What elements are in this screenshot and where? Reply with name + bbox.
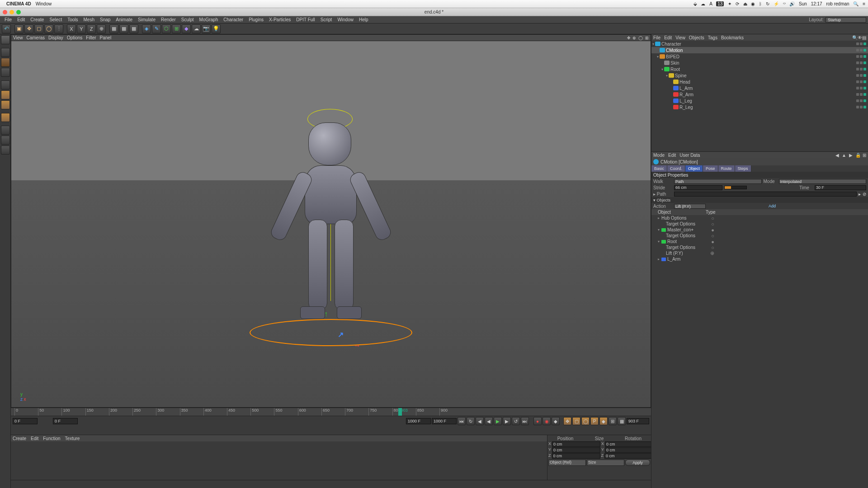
am-lock-icon[interactable]: 🔒 xyxy=(855,153,861,158)
am-tree-expander-icon[interactable]: ▸ xyxy=(658,216,661,220)
object-tree-row[interactable]: ▾Root xyxy=(651,66,868,72)
render-visibility-dot[interactable] xyxy=(860,106,863,108)
am-new-icon[interactable]: ⊞ xyxy=(863,153,866,158)
object-tree-row[interactable]: R_Arm xyxy=(651,91,868,98)
editor-visibility-dot[interactable] xyxy=(856,61,859,64)
om-eye-icon[interactable]: 👁 xyxy=(858,35,862,40)
eject-icon[interactable]: ⏏ xyxy=(743,1,747,6)
object-name[interactable]: Spine xyxy=(675,73,698,78)
path-clear-icon[interactable]: ⊘ xyxy=(863,192,866,197)
menu-mesh[interactable]: Mesh xyxy=(81,17,97,22)
enable-checkbox[interactable] xyxy=(863,87,866,89)
mac-user[interactable]: rob redman xyxy=(826,1,849,6)
model-mode[interactable] xyxy=(1,48,10,57)
am-tree-expander-icon[interactable]: ▾ xyxy=(658,228,661,232)
object-tree-row[interactable]: ▾BIPED xyxy=(651,53,868,60)
path-field[interactable] xyxy=(674,192,857,197)
object-name[interactable]: CMotion xyxy=(666,48,689,53)
rotate-tool[interactable]: ◯ xyxy=(44,24,53,33)
key-param-button[interactable]: P xyxy=(590,417,599,425)
camera-tool[interactable]: 📷 xyxy=(202,24,211,33)
vp-menu-view[interactable]: View xyxy=(13,35,23,40)
om-filter-icon[interactable]: ▤ xyxy=(862,35,866,40)
am-tab-basic[interactable]: Basic xyxy=(651,165,667,172)
mac-menu-window[interactable]: Window xyxy=(36,1,52,6)
coord-system[interactable]: ⊕ xyxy=(97,24,106,33)
workplane-mode[interactable] xyxy=(1,68,10,77)
timeline-goto-start[interactable]: ⏮ xyxy=(458,417,466,425)
object-name[interactable]: Root xyxy=(670,67,693,72)
soft-select[interactable] xyxy=(1,145,10,155)
om-menu-tags[interactable]: Tags xyxy=(708,35,717,40)
keyframe-sel-button[interactable]: ◆ xyxy=(552,417,560,425)
render-visibility-dot[interactable] xyxy=(860,68,863,70)
recent-tool[interactable]: ⋮ xyxy=(54,24,63,33)
menu-snap[interactable]: Snap xyxy=(97,17,113,22)
enable-checkbox[interactable] xyxy=(863,55,866,58)
coord-size-input[interactable] xyxy=(605,441,653,447)
scale-tool[interactable]: ▢ xyxy=(34,24,43,33)
enable-checkbox[interactable] xyxy=(863,68,866,70)
coord-pos-input[interactable] xyxy=(552,453,600,459)
menu-select[interactable]: Select xyxy=(47,17,65,22)
timeline-far-field[interactable] xyxy=(627,418,649,424)
editor-visibility-dot[interactable] xyxy=(856,99,859,102)
display-icon[interactable]: ◉ xyxy=(751,1,755,6)
object-name[interactable]: R_Arm xyxy=(679,92,702,97)
tweak-mode[interactable] xyxy=(1,126,10,135)
am-tab-pose[interactable]: Pose xyxy=(703,165,718,172)
object-tree[interactable]: ▾CharacterCMotion▾BIPEDSkin▾Root▾SpineHe… xyxy=(651,41,868,151)
action-add-button[interactable]: Add xyxy=(769,204,776,208)
viewport-canvas[interactable]: ↑ → ↗ yz x xyxy=(11,41,651,407)
tree-expander-icon[interactable]: ▾ xyxy=(651,42,655,46)
editor-visibility-dot[interactable] xyxy=(856,106,859,108)
menu-icon[interactable]: ≡ xyxy=(863,1,865,6)
mat-menu-function[interactable]: Function xyxy=(43,436,60,441)
am-nav-back-icon[interactable]: ◀ xyxy=(835,153,839,158)
select-tool[interactable]: ▣ xyxy=(14,24,24,33)
render-visibility-dot[interactable] xyxy=(860,74,863,77)
enable-checkbox[interactable] xyxy=(863,106,866,108)
cloud-icon[interactable]: ☁ xyxy=(701,1,705,6)
render-visibility-dot[interactable] xyxy=(860,99,863,102)
editor-visibility-dot[interactable] xyxy=(856,42,859,45)
render-region[interactable]: ▦ xyxy=(119,24,128,33)
texture-mode[interactable] xyxy=(1,58,10,67)
menu-xparticles[interactable]: X-Particles xyxy=(266,17,293,22)
timeline-start-field[interactable] xyxy=(13,418,38,424)
timeline-step-back[interactable]: ↻ xyxy=(467,417,475,425)
tree-expander-icon[interactable]: ▾ xyxy=(665,74,669,78)
editor-visibility-dot[interactable] xyxy=(856,93,859,96)
menu-tools[interactable]: Tools xyxy=(65,17,80,22)
spotlight-icon[interactable]: 🔍 xyxy=(853,1,859,6)
menu-create[interactable]: Create xyxy=(28,17,47,22)
mac-day[interactable]: Sun xyxy=(799,1,807,6)
object-name[interactable]: L_Leg xyxy=(679,99,702,103)
stride-field[interactable] xyxy=(674,185,722,190)
am-object-row[interactable]: Lift (P.Y)⊕ xyxy=(651,250,868,256)
am-tab-object[interactable]: Object xyxy=(685,165,703,172)
layout-select[interactable]: Startup xyxy=(826,17,866,23)
menu-window[interactable]: Window xyxy=(335,17,356,22)
mat-menu-texture[interactable]: Texture xyxy=(65,436,80,441)
enable-checkbox[interactable] xyxy=(863,49,866,52)
menu-file[interactable]: File xyxy=(2,17,14,22)
object-name[interactable]: Character xyxy=(661,42,684,47)
volume-icon[interactable]: 🔊 xyxy=(789,1,795,6)
enable-checkbox[interactable] xyxy=(863,80,866,83)
coord-mode-select[interactable]: Object (Rel) xyxy=(548,460,586,466)
editor-visibility-dot[interactable] xyxy=(856,55,859,58)
stride-slider[interactable] xyxy=(724,186,747,189)
object-tree-row[interactable]: CMotion xyxy=(651,47,868,53)
am-menu-edit[interactable]: Edit xyxy=(668,153,676,158)
time-field[interactable] xyxy=(815,185,866,190)
battery-icon[interactable]: ⚡ xyxy=(774,1,779,6)
object-tree-row[interactable]: L_Arm xyxy=(651,85,868,91)
timeline-next-frame[interactable]: ▶ xyxy=(503,417,511,425)
tree-expander-icon[interactable]: ▾ xyxy=(656,55,660,59)
record-button[interactable]: ● xyxy=(533,417,542,425)
om-menu-bookmarks[interactable]: Bookmarks xyxy=(721,35,744,40)
menu-animate[interactable]: Animate xyxy=(113,17,135,22)
menu-script[interactable]: Script xyxy=(318,17,335,22)
om-menu-edit[interactable]: Edit xyxy=(664,35,672,40)
